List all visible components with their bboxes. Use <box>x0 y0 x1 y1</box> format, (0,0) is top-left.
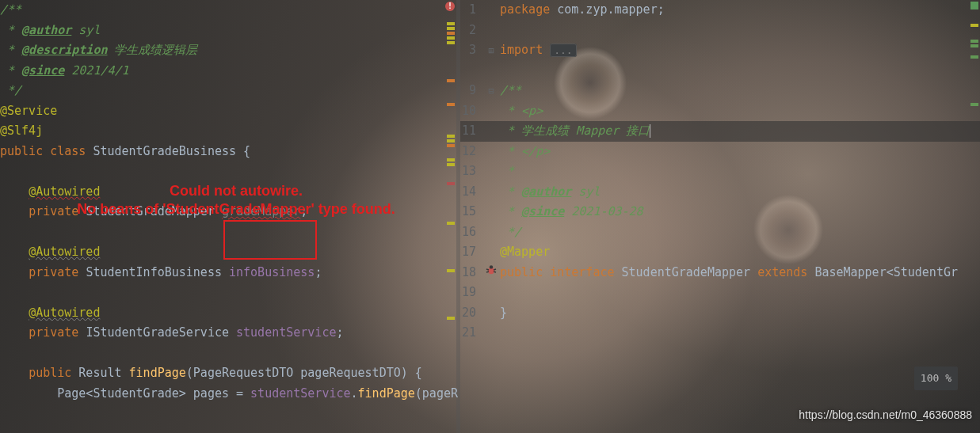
svg-line-4 <box>486 272 489 272</box>
code-line[interactable]: Page<StudentGrade> pages = studentServic… <box>0 384 456 405</box>
code-line[interactable] <box>0 222 456 243</box>
code-content: @Service <box>0 101 57 122</box>
code-content: private IStudentGradeService studentServ… <box>0 323 344 344</box>
code-line[interactable]: private StudentInfoBusiness infoBusiness… <box>0 263 456 283</box>
code-line[interactable]: * @author syl <box>0 21 456 41</box>
line-number: 11 <box>460 121 482 142</box>
line-number: 2 <box>460 21 482 41</box>
code-line[interactable]: * @since 2021/4/1 <box>0 61 456 82</box>
code-content: /** <box>0 0 21 21</box>
svg-line-2 <box>486 269 489 270</box>
code-line[interactable]: private IStudentGradeService studentServ… <box>0 323 456 344</box>
code-content: * @author syl <box>0 21 100 41</box>
code-line[interactable]: 17@Mapper <box>460 242 980 263</box>
code-content: * @author syl <box>500 182 600 203</box>
svg-line-3 <box>494 269 496 270</box>
code-line[interactable] <box>460 61 980 82</box>
code-content: * @since 2021/4/1 <box>0 61 129 82</box>
code-line[interactable]: /** <box>0 0 456 21</box>
code-line[interactable]: 9⊟/** <box>460 81 980 101</box>
code-line[interactable]: private StudentGradeMapper gradeMapper; <box>0 202 456 222</box>
line-number: 17 <box>460 242 482 263</box>
code-content: @Autowired <box>0 303 100 324</box>
code-line[interactable] <box>0 161 456 182</box>
code-content: * </p> <box>500 142 550 162</box>
line-number: 9 <box>460 81 482 101</box>
code-content: } <box>500 303 507 324</box>
code-line[interactable]: @Autowired <box>0 182 456 203</box>
line-number: 14 <box>460 182 482 203</box>
code-line[interactable]: 16 */ <box>460 222 980 243</box>
line-number: 18 <box>460 263 482 283</box>
code-line[interactable]: public class StudentGradeBusiness { <box>0 142 456 162</box>
code-line[interactable]: 15 * @since 2021-03-28 <box>460 202 980 222</box>
code-line[interactable]: @Autowired <box>0 242 456 263</box>
code-content: */ <box>0 81 21 101</box>
gutter-fold[interactable]: ⊞ <box>482 43 500 59</box>
code-line[interactable]: */ <box>0 81 456 101</box>
code-content: * 学生成绩 Mapper 接口 <box>500 121 650 142</box>
line-number: 21 <box>460 323 482 344</box>
code-content: */ <box>500 222 521 243</box>
right-editor-pane[interactable]: 1package com.zyp.mapper;23⊞import ...9⊟/… <box>460 0 980 433</box>
code-line[interactable] <box>0 283 456 303</box>
svg-point-1 <box>490 265 493 268</box>
line-number: 12 <box>460 142 482 162</box>
left-editor-pane[interactable]: /** * @author syl * @description 学生成绩逻辑层… <box>0 0 456 433</box>
code-content: private StudentInfoBusiness infoBusiness… <box>0 263 322 283</box>
code-line[interactable]: @Slf4j <box>0 121 456 142</box>
line-number: 16 <box>460 222 482 243</box>
breakpoint-icon[interactable] <box>482 264 500 281</box>
code-content: @Mapper <box>500 242 550 263</box>
code-line[interactable]: 20} <box>460 303 980 324</box>
line-number: 15 <box>460 202 482 222</box>
error-indicator-icon[interactable]: ! <box>445 2 455 11</box>
code-line[interactable] <box>0 344 456 364</box>
code-content: @Autowired <box>0 182 100 203</box>
code-content: Page<StudentGrade> pages = studentServic… <box>0 384 458 405</box>
code-line[interactable]: @Autowired <box>0 303 456 324</box>
code-line[interactable]: 21 <box>460 323 980 344</box>
gutter-fold[interactable]: ⊟ <box>482 83 500 99</box>
code-line[interactable]: 11 * 学生成绩 Mapper 接口 <box>460 121 980 142</box>
code-content: public interface StudentGradeMapper exte… <box>500 263 958 283</box>
svg-line-5 <box>494 272 496 272</box>
left-error-stripe[interactable]: ! <box>445 0 456 433</box>
code-content: @Autowired <box>0 242 100 263</box>
code-content: * <box>500 161 514 182</box>
zoom-indicator[interactable]: 100 % <box>914 367 958 390</box>
line-number: 19 <box>460 283 482 303</box>
code-line[interactable]: 2 <box>460 21 980 41</box>
text-caret <box>650 124 650 138</box>
fold-placeholder[interactable]: ... <box>550 44 576 57</box>
code-line[interactable]: public Result findPage(PageRequestDTO pa… <box>0 363 456 384</box>
code-line[interactable]: 13 * <box>460 161 980 182</box>
line-number: 13 <box>460 161 482 182</box>
code-line[interactable]: 18public interface StudentGradeMapper ex… <box>460 263 980 283</box>
code-content: private StudentGradeMapper gradeMapper; <box>0 202 307 222</box>
code-line[interactable]: 1package com.zyp.mapper; <box>460 0 980 21</box>
code-content: @Slf4j <box>0 121 43 142</box>
code-line[interactable]: 14 * @author syl <box>460 182 980 203</box>
code-content: package com.zyp.mapper; <box>500 0 665 21</box>
code-line[interactable]: 3⊞import ... <box>460 40 980 61</box>
line-number: 20 <box>460 303 482 324</box>
code-line[interactable]: @Service <box>0 101 456 122</box>
code-content: * @since 2021-03-28 <box>500 202 643 222</box>
code-content: public class StudentGradeBusiness { <box>0 142 250 162</box>
code-line[interactable]: * @description 学生成绩逻辑层 <box>0 40 456 61</box>
code-content: /** <box>500 81 521 101</box>
line-number: 10 <box>460 101 482 122</box>
code-content: public Result findPage(PageRequestDTO pa… <box>0 363 422 384</box>
code-line[interactable]: 12 * </p> <box>460 142 980 162</box>
code-line[interactable]: 10 * <p> <box>460 101 980 122</box>
right-error-stripe[interactable] <box>969 0 980 433</box>
line-number: 3 <box>460 40 482 61</box>
code-content: * @description 学生成绩逻辑层 <box>0 40 198 61</box>
line-number: 1 <box>460 0 482 21</box>
code-content: import ... <box>500 40 577 61</box>
code-line[interactable]: 19 <box>460 283 980 303</box>
code-content: * <p> <box>500 101 543 122</box>
